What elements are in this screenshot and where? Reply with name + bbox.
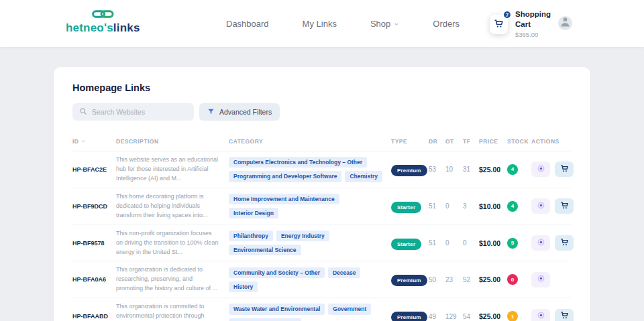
row-id: HP-BF9DCD <box>72 203 116 210</box>
column-header-tf: TF <box>463 138 479 145</box>
add-to-cart-button[interactable] <box>555 309 574 321</box>
row-id: HP-BFAABD <box>72 313 116 320</box>
type-badge: Premium <box>391 165 427 176</box>
column-header-stock: STOCK <box>507 138 531 145</box>
row-type: Starter <box>391 200 429 213</box>
advanced-filters-button[interactable]: Advanced Filters <box>199 103 280 121</box>
cart-icon <box>560 164 569 175</box>
table-row: HP-BFAABDThis organization is committed … <box>72 298 572 321</box>
column-header-dr: DR <box>429 138 445 145</box>
shopping-cart-icon <box>494 19 504 31</box>
user-avatar[interactable] <box>558 16 572 30</box>
nav-item-dashboard[interactable]: Dashboard <box>226 19 269 29</box>
category-tag: Government <box>328 304 371 314</box>
column-header-price: PRICE <box>479 138 507 145</box>
nav-item-shop[interactable]: Shop <box>370 19 399 29</box>
eye-icon <box>537 164 545 175</box>
view-link-button[interactable] <box>531 272 550 287</box>
add-to-cart-button[interactable] <box>555 235 574 251</box>
stock-badge: 5 <box>507 238 518 249</box>
row-categories: Home Improvement and MaintenanceInterior… <box>229 194 391 218</box>
cart-icon <box>560 201 569 212</box>
view-link-button[interactable] <box>531 235 550 251</box>
table-header-row: ID DESCRIPTION CATEGORY TYPE DR OT TF PR… <box>72 138 572 151</box>
row-price: $25.00 <box>479 275 507 283</box>
shopping-cart-widget: 7 Shopping Cart $365.00 <box>490 9 554 38</box>
row-price: $10.00 <box>479 202 507 210</box>
view-link-button[interactable] <box>531 198 550 214</box>
search-input[interactable] <box>92 108 187 116</box>
category-tag: Community and Society – Other <box>229 267 325 278</box>
filter-funnel-icon <box>207 108 215 117</box>
row-actions <box>531 272 572 287</box>
row-tf-value: 31 <box>463 166 479 173</box>
row-dr-value: 50 <box>429 276 445 283</box>
row-id: HP-BF9578 <box>72 240 116 247</box>
row-description: This website serves as an educational hu… <box>116 155 229 184</box>
row-actions <box>531 198 574 214</box>
column-header-category: CATEGORY <box>229 138 391 145</box>
nav-item-orders[interactable]: Orders <box>433 19 460 29</box>
search-box <box>72 103 194 121</box>
table-row: HP-BFAC2EThis website serves as an educa… <box>72 151 572 188</box>
column-header-id[interactable]: ID <box>72 138 116 145</box>
row-description: This home decorating platform is dedicat… <box>116 192 229 220</box>
cart-icon <box>560 238 569 249</box>
row-actions <box>531 162 574 177</box>
type-badge: Starter <box>391 202 421 213</box>
row-id: HP-BFA0A6 <box>72 276 116 283</box>
main-navigation: Dashboard My Links Shop Orders <box>226 0 460 47</box>
row-description: This non-profit organization focuses on … <box>116 229 229 257</box>
homepage-links-card: Homepage Links Advanced Filters ID DESCR… <box>54 67 590 321</box>
category-tag: Philanthropy <box>229 231 273 241</box>
view-link-button[interactable] <box>531 162 550 177</box>
eye-icon <box>537 274 545 285</box>
row-price: $25.00 <box>479 312 507 320</box>
column-header-actions: ACTIONS <box>531 138 572 145</box>
table-row: HP-BF9DCDThis home decorating platform i… <box>72 188 572 224</box>
type-badge: Starter <box>391 239 421 250</box>
category-tag: History <box>229 281 258 292</box>
row-dr-value: 49 <box>429 313 445 320</box>
user-icon <box>559 16 572 30</box>
cart-button[interactable]: 7 <box>490 15 508 34</box>
type-badge: Premium <box>391 312 427 321</box>
nav-item-my-links[interactable]: My Links <box>303 19 337 29</box>
category-tag: Environmental Science <box>229 318 301 321</box>
row-ot-value: 129 <box>445 313 463 320</box>
chain-link-icon <box>91 9 114 22</box>
table-row: HP-BFA0A6This organization is dedicated … <box>72 261 572 298</box>
type-badge: Premium <box>391 275 427 286</box>
view-link-button[interactable] <box>531 309 550 321</box>
add-to-cart-button[interactable] <box>555 162 574 177</box>
page-title: Homepage Links <box>72 67 572 93</box>
row-dr-value: 51 <box>429 239 445 247</box>
row-stock: 0 <box>507 274 531 285</box>
stock-badge: 1 <box>507 311 518 321</box>
column-header-ot: OT <box>445 138 463 145</box>
stock-badge: 0 <box>507 274 518 285</box>
cart-label: Shopping Cart <box>515 9 554 29</box>
cart-icon <box>560 311 569 321</box>
brand-logo[interactable]: hetneo'slinks <box>66 9 140 35</box>
table-body: HP-BFAC2EThis website serves as an educa… <box>72 151 572 321</box>
row-categories: Computers Electronics and Technology – O… <box>229 157 391 182</box>
add-to-cart-button[interactable] <box>555 198 574 214</box>
search-icon <box>79 106 87 118</box>
cart-count-badge: 7 <box>502 10 512 19</box>
category-tag: Interior Design <box>229 208 278 218</box>
row-categories: Waste Water and EnvironmentalGovernmentE… <box>229 304 391 321</box>
cart-total: $365.00 <box>515 31 554 38</box>
row-actions <box>531 235 574 251</box>
row-type: Premium <box>391 273 429 286</box>
row-tf-value: 54 <box>463 313 479 320</box>
row-stock: 1 <box>507 311 531 321</box>
row-price: $10.00 <box>479 239 507 247</box>
stock-badge: 4 <box>507 201 518 212</box>
row-tf-value: 0 <box>463 239 479 247</box>
row-tf-value: 3 <box>463 202 479 210</box>
row-dr-value: 53 <box>429 166 445 173</box>
top-navigation-bar: hetneo'slinks Dashboard My Links Shop Or… <box>0 0 644 47</box>
sort-chevron-icon <box>81 138 86 145</box>
chevron-down-icon <box>394 19 399 29</box>
